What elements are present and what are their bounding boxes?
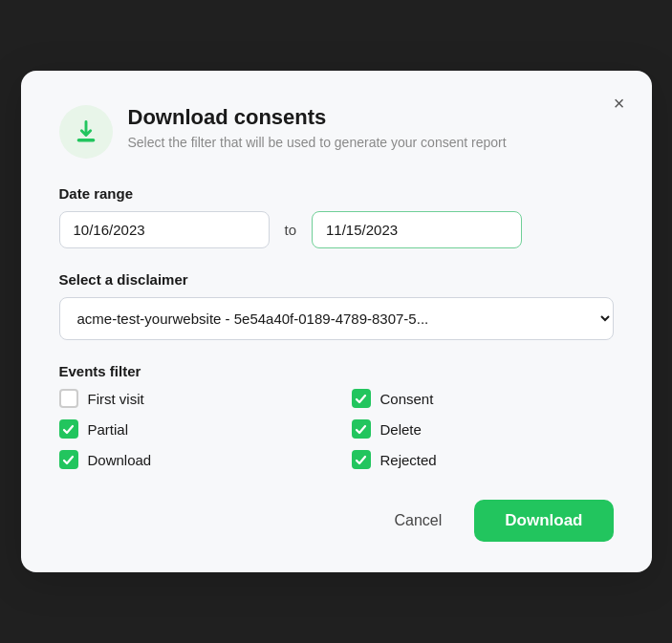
checkbox-rejected[interactable] [352, 450, 371, 469]
modal-overlay: × Download consents Select the filter th… [0, 0, 672, 643]
close-button[interactable]: × [610, 90, 629, 117]
event-checkbox-row-rejected[interactable]: Rejected [352, 450, 614, 469]
modal-header: Download consents Select the filter that… [59, 105, 614, 159]
modal-footer: Cancel Download [59, 500, 614, 542]
modal-subtitle: Select the filter that will be used to g… [128, 134, 614, 153]
download-icon-wrap [59, 105, 113, 159]
date-range-row: to [59, 211, 614, 248]
events-label: Events filter [59, 363, 614, 379]
cancel-button[interactable]: Cancel [377, 503, 459, 539]
download-button[interactable]: Download [474, 500, 613, 542]
checkbox-download[interactable] [59, 450, 78, 469]
modal-dialog: × Download consents Select the filter th… [21, 71, 652, 572]
checkbox-first-visit[interactable] [59, 389, 78, 408]
modal-title: Download consents [128, 105, 614, 130]
events-grid: First visitConsentPartialDeleteDownloadR… [59, 389, 614, 469]
event-label-rejected: Rejected [380, 452, 437, 468]
event-label-download: Download [88, 452, 152, 468]
svg-rect-0 [76, 139, 95, 142]
event-label-first-visit: First visit [88, 391, 144, 407]
date-range-label: Date range [59, 185, 614, 202]
checkbox-delete[interactable] [352, 419, 371, 439]
event-checkbox-row-delete[interactable]: Delete [352, 419, 614, 439]
event-label-consent: Consent [380, 391, 434, 407]
modal-title-block: Download consents Select the filter that… [128, 105, 614, 153]
disclaimer-select[interactable]: acme-test-yourwebsite - 5e54a40f-0189-47… [59, 297, 614, 340]
events-section: Events filter First visitConsentPartialD… [59, 363, 614, 469]
date-to-label: to [285, 222, 297, 238]
event-label-partial: Partial [88, 421, 129, 438]
event-checkbox-row-download[interactable]: Download [59, 450, 321, 469]
download-icon [73, 118, 99, 145]
event-checkbox-row-first-visit[interactable]: First visit [59, 389, 321, 408]
date-from-input[interactable] [59, 211, 270, 248]
event-checkbox-row-partial[interactable]: Partial [59, 419, 321, 439]
event-label-delete: Delete [380, 421, 422, 438]
disclaimer-section: Select a disclaimer acme-test-yourwebsit… [59, 271, 614, 340]
checkbox-partial[interactable] [59, 419, 78, 439]
checkbox-consent[interactable] [352, 389, 371, 408]
event-checkbox-row-consent[interactable]: Consent [352, 389, 614, 408]
date-to-input[interactable] [312, 211, 522, 248]
disclaimer-label: Select a disclaimer [59, 271, 614, 288]
